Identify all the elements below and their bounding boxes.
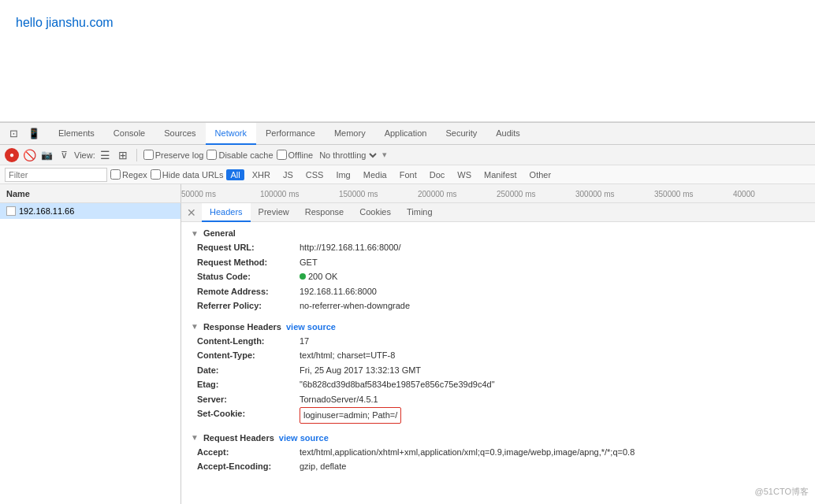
throttle-arrow-icon: ▾ [382,150,387,160]
content-type-value: text/html; charset=UTF-8 [300,349,395,362]
content-length-row: Content-Length: 17 [191,335,806,348]
regex-group: Regex [110,169,147,180]
details-tab-cookies[interactable]: Cookies [352,203,399,222]
page-title[interactable]: hello jianshu.com [16,16,114,29]
tab-memory[interactable]: Memory [325,123,375,145]
regex-checkbox[interactable] [110,169,121,180]
content-type-row: Content-Type: text/html; charset=UTF-8 [191,349,806,362]
filter-manifest-button[interactable]: Manifest [479,169,522,181]
disable-cache-checkbox[interactable] [207,150,217,160]
filter-icon[interactable]: ⊽ [57,148,71,162]
details-tab-bar: ✕ Headers Preview Response Cookies Timin… [181,203,815,222]
record-button[interactable]: ● [5,148,19,162]
tab-elements[interactable]: Elements [49,123,104,145]
hide-data-urls-checkbox[interactable] [151,169,161,180]
details-tab-headers[interactable]: Headers [202,203,251,222]
filter-other-button[interactable]: Other [525,169,556,181]
filter-font-button[interactable]: Font [395,169,422,181]
status-code-value: 200 OK [300,270,337,284]
clear-button[interactable]: 🚫 [22,148,36,162]
filter-all-button[interactable]: All [226,169,244,180]
tab-console[interactable]: Console [104,123,154,145]
tab-audits[interactable]: Audits [486,123,530,145]
filter-media-button[interactable]: Media [359,169,392,181]
name-column-header: Name [0,184,181,202]
request-method-row: Request Method: GET [191,256,806,269]
details-tab-preview[interactable]: Preview [251,203,297,222]
accept-encoding-value: gzip, deflate [300,460,346,473]
disable-cache-label: Disable cache [218,150,273,160]
tab-sources[interactable]: Sources [154,123,205,145]
date-row: Date: Fri, 25 Aug 2017 13:32:13 GMT [191,364,806,377]
grid-view-icon[interactable]: ⊞ [116,148,130,162]
main-area: 192.168.11.66 ✕ Headers Preview Response… [0,203,815,504]
devtools-tab-bar: ⊡ 📱 Elements Console Sources Network Per… [0,123,815,145]
referrer-policy-row: Referrer Policy: no-referrer-when-downgr… [191,299,806,313]
tab-performance[interactable]: Performance [256,123,325,145]
server-name: Server: [197,393,300,406]
remote-address-value: 192.168.11.66:8000 [300,285,377,298]
throttle-select[interactable]: No throttling [316,150,379,161]
browser-page: hello jianshu.com [0,0,815,122]
filter-doc-button[interactable]: Doc [425,169,450,181]
filter-js-button[interactable]: JS [278,169,298,181]
content-length-value: 17 [300,335,309,348]
request-item-192-168-11-66[interactable]: 192.168.11.66 [0,203,180,219]
watermark: @51CTO博客 [755,486,809,498]
filter-css-button[interactable]: CSS [301,169,329,181]
set-cookie-highlighted: loginuser=admin; Path=/ [300,407,401,424]
response-headers-view-source[interactable]: view source [286,322,336,332]
request-url-row: Request URL: http://192.168.11.66:8000/ [191,241,806,254]
filter-xhr-button[interactable]: XHR [247,169,275,181]
etag-name: Etag: [197,378,300,391]
preserve-log-group: Preserve log [143,150,204,160]
date-name: Date: [197,364,300,377]
close-details-button[interactable]: ✕ [184,206,199,220]
inspect-element-icon[interactable]: ⊡ [5,125,22,143]
set-cookie-name: Set-Cookie: [197,407,300,424]
tick-50000: 50000 ms [181,189,216,198]
device-toolbar-icon[interactable]: 📱 [25,125,43,143]
filter-ws-button[interactable]: WS [452,169,476,181]
details-tab-response[interactable]: Response [297,203,352,222]
response-headers-section-title: ▼ Response Headers view source [191,322,806,332]
filter-img-button[interactable]: Img [331,169,355,181]
doc-icon [6,206,16,216]
request-headers-triangle: ▼ [191,433,199,442]
set-cookie-row: Set-Cookie: loginuser=admin; Path=/ [191,407,806,424]
general-triangle: ▼ [191,229,199,238]
request-url-name: Request URL: [197,241,300,254]
accept-name: Accept: [197,446,300,459]
status-code-name: Status Code: [197,270,300,284]
tick-400000: 40000 [733,189,755,198]
accept-row: Accept: text/html,application/xhtml+xml,… [191,446,806,459]
regex-label: Regex [122,170,147,180]
response-headers-label: Response Headers [203,322,281,332]
etag-row: Etag: "6b828cd39d8baf5834be19857e856c75e… [191,378,806,391]
devtools-panel: ⊡ 📱 Elements Console Sources Network Per… [0,122,815,504]
server-value: TornadoServer/4.5.1 [300,393,378,406]
tick-100000: 100000 ms [260,189,299,198]
tab-application[interactable]: Application [375,123,437,145]
camera-icon[interactable]: 📷 [39,148,54,162]
filter-input[interactable] [5,168,107,182]
request-name: 192.168.11.66 [19,206,74,216]
preserve-log-checkbox[interactable] [143,150,154,160]
request-url-value: http://192.168.11.66:8000/ [300,241,400,254]
etag-value: "6b828cd39d8baf5834be19857e856c75e39d9c4… [300,378,495,391]
offline-checkbox[interactable] [277,150,287,160]
request-headers-view-source[interactable]: view source [279,433,329,443]
request-list: 192.168.11.66 [0,203,181,504]
separator-1 [136,149,137,161]
referrer-policy-name: Referrer Policy: [197,299,300,313]
tab-security[interactable]: Security [436,123,486,145]
details-tab-timing[interactable]: Timing [399,203,441,222]
preserve-log-label: Preserve log [155,150,204,160]
tab-network[interactable]: Network [206,123,256,145]
hide-data-urls-label: Hide data URLs [162,170,224,180]
accept-value: text/html,application/xhtml+xml,applicat… [300,446,635,459]
list-view-icon[interactable]: ☰ [99,148,113,162]
server-row: Server: TornadoServer/4.5.1 [191,393,806,406]
details-panel: ✕ Headers Preview Response Cookies Timin… [181,203,815,504]
headers-content: ▼ General Request URL: http://192.168.11… [181,222,815,481]
